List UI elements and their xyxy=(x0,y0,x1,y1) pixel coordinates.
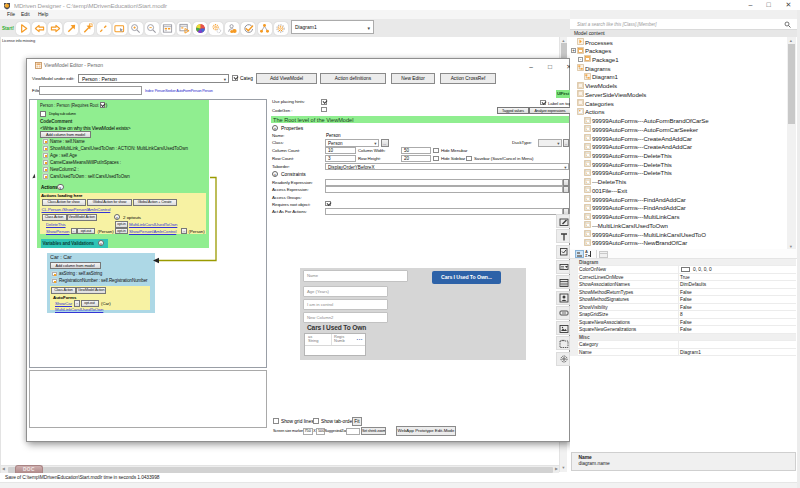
viewmodel-column[interactable]: CarsIUsedToOwn : self.CarsIUsedToOwn xyxy=(43,174,130,179)
suggested-zoom-input[interactable] xyxy=(346,428,360,435)
viewmodel-column[interactable]: Name : self.Name xyxy=(43,139,85,144)
viewmodel-column[interactable]: NewColumn2 : xyxy=(43,167,79,172)
palette-image-box[interactable] xyxy=(556,321,570,335)
expand-icon[interactable]: + xyxy=(571,48,576,53)
tree-item-99999autoforms-findandaddcar[interactable]: 99999AutoForms---FindAndAddCar xyxy=(570,195,787,204)
property-row-category[interactable]: Category xyxy=(570,341,796,349)
scroll-left-icon[interactable]: ◀ xyxy=(2,466,5,472)
actions-collapse-icon[interactable]: ∨ xyxy=(57,184,64,191)
column-count-input[interactable]: 10 xyxy=(325,147,356,154)
toolbar-button-play[interactable] xyxy=(16,22,30,35)
analyze-expressions-button[interactable]: Analyze expressions xyxy=(529,107,571,114)
tree-scroll-thumb[interactable] xyxy=(788,44,795,124)
class-select[interactable]: Person▾ xyxy=(325,139,379,147)
toolbar-button-dashed-line[interactable] xyxy=(97,22,111,35)
opt-out-button[interactable]: opt-out xyxy=(77,228,95,235)
variables-collapse-icon[interactable]: ∨ xyxy=(98,240,104,246)
menu-file[interactable]: File xyxy=(7,11,15,17)
palette-text-T[interactable] xyxy=(556,229,570,243)
tree-item-packages[interactable]: +Packages xyxy=(570,46,787,55)
palette-group-box[interactable] xyxy=(556,336,570,350)
column-width-input[interactable]: 50 xyxy=(401,147,431,154)
tree-item-99999autoforms-autoformbrandofcarse[interactable]: 99999AutoForms---AutoFormBrandOfCarSe xyxy=(570,116,787,125)
display-sub-column-checkbox[interactable] xyxy=(40,111,46,117)
menu-edit[interactable]: Edit xyxy=(21,11,30,17)
tree-item-99999autoforms-newbrandofcar[interactable]: 99999AutoForms---NewBrandOfCar xyxy=(570,238,787,247)
tagged-values-button[interactable]: Tagged values xyxy=(497,107,529,114)
tree-item-99999autoforms-createandaddcar[interactable]: 99999AutoForms---CreateAndAddCar xyxy=(570,142,787,151)
action-button[interactable]: Class Action for show xyxy=(42,199,86,206)
canvas-horizontal-scrollbar[interactable]: ◀ ▶ DOC xyxy=(1,465,559,473)
filter-input[interactable] xyxy=(39,86,142,95)
menu-help[interactable]: Help xyxy=(38,11,48,17)
viewmodel-column[interactable]: asString : self.asString xyxy=(52,271,102,276)
properties-collapse-icon[interactable]: ∧ xyxy=(272,125,278,131)
access-expression-input[interactable] xyxy=(325,186,563,193)
palette-combo-box[interactable] xyxy=(556,260,570,274)
action-crossref-button[interactable]: Action CrossRef xyxy=(440,73,496,84)
requires-root-checkbox[interactable] xyxy=(100,102,106,108)
multilink-link[interactable]: MultiLinkCarsIUsedToOwn xyxy=(55,307,103,312)
readonly-expression-input[interactable] xyxy=(325,179,563,186)
class-action-button[interactable]: Class Action xyxy=(42,214,67,221)
tree-item-actions[interactable]: Actions xyxy=(570,107,787,116)
tree-item-package1[interactable]: -Package1 xyxy=(570,55,787,64)
property-row-coloronnew[interactable]: ColorOnNew0, 0, 0, 0 xyxy=(570,266,796,274)
toolbar-button-arrow-left[interactable] xyxy=(32,22,46,35)
app-maximize-button[interactable]: □ xyxy=(764,1,773,9)
tree-item-99999autoforms-multilinkcars[interactable]: 99999AutoForms---MultiLinkCars xyxy=(570,212,787,221)
categ-checkbox[interactable] xyxy=(232,75,238,81)
tree-item--deletethis[interactable]: ---DeleteThis xyxy=(570,177,787,186)
tree-item-viewmodels[interactable]: ViewModels xyxy=(570,81,787,90)
palette-calendar-grid[interactable] xyxy=(556,275,570,289)
preview-data-grid[interactable]: asString RegisNumb ... xyxy=(304,333,366,357)
tree-item-categories[interactable]: Categories xyxy=(570,99,787,108)
property-row-showassociationnames[interactable]: ShowAssociationNamesDimDefaults xyxy=(570,281,796,289)
action-definitions-button[interactable]: Action definitions xyxy=(320,73,386,84)
class-action-link[interactable]: CL.Person./ShowPersonIAmInControl xyxy=(42,207,111,212)
toolbar-button-zoom-out[interactable] xyxy=(145,22,159,35)
action-button[interactable]: Global Action for show xyxy=(87,199,132,206)
ui-preview-canvas[interactable]: Cars I Used To Own... Cars I Used To Own… xyxy=(300,268,526,360)
class-browse-button[interactable]: ... xyxy=(381,139,389,147)
toolbar-button-color-wheel[interactable] xyxy=(193,22,207,35)
viewmodel-column[interactable]: CamelCaseMeansIWillPutInSpaces : xyxy=(43,160,121,165)
tree-item-diagrams[interactable]: Diagrams xyxy=(570,64,787,73)
toolbar-button-node-tree[interactable] xyxy=(258,22,272,35)
viewmodel-action-button[interactable]: ViewModel Action xyxy=(67,214,97,221)
opt-in-button[interactable]: opt-in xyxy=(115,228,128,235)
start-button[interactable]: Start! xyxy=(2,26,14,31)
viewmodel-action-button[interactable]: ViewModel Action xyxy=(76,287,106,294)
property-row-squarenewassociations[interactable]: SquareNewAssociationsFalse xyxy=(570,319,796,327)
viewmodel-column[interactable]: Age : self.Age xyxy=(43,153,77,158)
toolbar-button-check-circle[interactable] xyxy=(241,22,255,35)
toolbar-button-person-gear[interactable] xyxy=(225,22,239,35)
property-row-name[interactable]: NameDiagram1 xyxy=(570,349,796,357)
toolbar-button-arrow-right[interactable] xyxy=(48,22,62,35)
tree-item-processes[interactable]: Processes xyxy=(570,38,787,47)
property-row-correctlinesonmove[interactable]: CorrectLinesOnMoveTrue xyxy=(570,274,796,282)
app-minimize-button[interactable]: – xyxy=(746,1,755,9)
toolbar-button-arrow-up-right[interactable] xyxy=(64,22,78,35)
tree-item-001file-exit[interactable]: 001File---Exit xyxy=(570,186,787,195)
add-viewmodel-button[interactable]: Add ViewModel xyxy=(256,73,317,84)
taborder-select[interactable]: DisplayOrderYBeforeX▾ xyxy=(325,163,569,171)
delete-this-link[interactable]: DeleteThis xyxy=(46,222,66,227)
access-browse-button[interactable] xyxy=(563,186,569,193)
tree-item-99999autoforms-createandaddcar[interactable]: 99999AutoForms---CreateAndAddCar xyxy=(570,134,787,143)
show-tab-order-checkbox[interactable] xyxy=(313,418,319,424)
row-height-input[interactable]: 20 xyxy=(401,155,431,162)
add-column-button[interactable]: Add column from model xyxy=(50,262,101,269)
palette-edit-box[interactable] xyxy=(556,214,570,228)
fit-button[interactable]: Fit xyxy=(352,417,362,426)
preview-field-name[interactable]: Name xyxy=(303,270,408,282)
tree-item--multilinkcarsiusedtoown[interactable]: ---MultiLinkCarsIUsedToOwn xyxy=(570,221,787,230)
editor-minimize-button[interactable]: – xyxy=(527,63,535,70)
editor-maximize-button[interactable]: □ xyxy=(546,63,554,70)
preview-field-i-am-in-control[interactable]: I am in control xyxy=(303,299,388,311)
property-row-showvisibility[interactable]: ShowVisibilityFalse xyxy=(570,304,796,312)
toolbar-button-form[interactable] xyxy=(161,22,175,35)
webapp-prototype-button[interactable]: WebApp Prototype Edit-Mode xyxy=(396,426,456,436)
show-person-link[interactable]: ShowPerson xyxy=(46,229,69,234)
tree-item-99999autoforms-deletethis[interactable]: 99999AutoForms---DeleteThis xyxy=(570,160,787,169)
